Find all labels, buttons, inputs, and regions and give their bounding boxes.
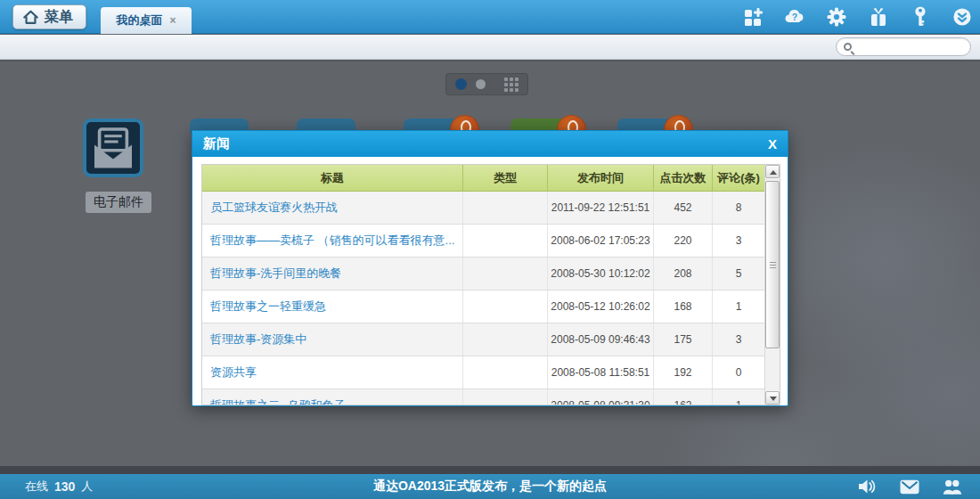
- menu-button-label: 菜单: [45, 8, 73, 27]
- news-link[interactable]: 哲理故事之一轻重缓急: [210, 299, 326, 315]
- tab-close-icon[interactable]: ×: [169, 15, 176, 26]
- settings-gear-icon[interactable]: [826, 6, 847, 28]
- table-row: 哲理故事-资源集中 2008-05-09 09:46:43 175 3: [202, 323, 764, 356]
- table-row: 哲理故事之二--乌鸦和兔子 2008-05-08 09:31:30 162 1: [202, 389, 764, 405]
- dialog-title: 新闻: [203, 135, 230, 152]
- gift-icon[interactable]: [868, 6, 889, 28]
- table-row: 哲理故事之一轻重缓急 2008-05-12 10:26:02 168 1: [202, 290, 764, 323]
- users-icon[interactable]: [943, 477, 962, 496]
- collapse-icon[interactable]: [951, 6, 973, 28]
- home-icon: [22, 9, 39, 26]
- column-header-type: 类型: [463, 165, 548, 191]
- topbar-icon-group: ?: [742, 0, 973, 34]
- topbar: 菜单 我的桌面 × ?: [0, 0, 980, 34]
- pager-divider: [494, 77, 495, 92]
- search-icon: [844, 43, 852, 51]
- news-link[interactable]: 哲理故事-资源集中: [210, 331, 306, 348]
- table-row: 资源共享 2008-05-08 11:58:51 192 0: [202, 356, 764, 389]
- news-link[interactable]: 哲理故事之二--乌鸦和兔子: [210, 397, 346, 405]
- statusbar: 通达OA2013正式版发布，是一个新的起点 在线 130 人: [0, 474, 980, 499]
- news-link[interactable]: 哲理故事-洗手间里的晚餐: [210, 266, 341, 282]
- menu-button[interactable]: 菜单: [12, 4, 86, 29]
- table-row: 哲理故事-洗手间里的晚餐 2008-05-30 10:12:02 208 5: [202, 258, 764, 290]
- news-link[interactable]: 资源共享: [210, 364, 257, 380]
- speaker-icon[interactable]: [857, 477, 877, 496]
- table-header-row: 标题 类型 发布时间 点击次数 评论(条): [202, 165, 764, 192]
- statusbar-icon-group: [857, 474, 962, 499]
- column-header-title: 标题: [202, 165, 463, 191]
- pager-dot[interactable]: [476, 79, 486, 89]
- dialog-header[interactable]: 新闻 X: [192, 131, 788, 157]
- scroll-up-icon[interactable]: [765, 165, 780, 178]
- table-row: 哲理故事——卖梳子 （销售的可以看看很有意... 2008-06-02 17:0…: [202, 225, 764, 258]
- search-input[interactable]: [857, 41, 955, 53]
- tab-label: 我的桌面: [116, 12, 162, 29]
- pager-dot-active[interactable]: [455, 78, 467, 90]
- online-count: 130: [54, 479, 75, 494]
- help-cloud-icon[interactable]: ?: [784, 6, 805, 28]
- online-label: 在线: [25, 479, 48, 495]
- key-icon[interactable]: [910, 6, 931, 28]
- news-link[interactable]: 哲理故事——卖梳子 （销售的可以看看很有意...: [210, 233, 454, 249]
- desktop-pager: [445, 73, 528, 95]
- column-header-clicks: 点击次数: [654, 165, 713, 191]
- scroll-down-icon[interactable]: [765, 391, 780, 405]
- apps-add-icon[interactable]: [742, 6, 764, 28]
- sub-toolbar: [0, 35, 980, 60]
- statusbar-message: 通达OA2013正式版发布，是一个新的起点: [0, 474, 980, 499]
- tab-my-desktop[interactable]: 我的桌面 ×: [101, 7, 192, 34]
- table-row: 员工篮球友谊赛火热开战 2011-09-22 12:51:51 452 8: [202, 192, 764, 225]
- email-app-icon[interactable]: [83, 119, 143, 177]
- scrollbar-thumb[interactable]: [765, 181, 780, 348]
- online-counter: 在线 130 人: [25, 474, 93, 499]
- mail-icon[interactable]: [900, 477, 919, 496]
- online-unit: 人: [81, 479, 93, 495]
- dialog-body: 标题 类型 发布时间 点击次数 评论(条) 员工篮球友谊赛火热开战 2011-0…: [192, 157, 788, 405]
- dialog-close-icon[interactable]: X: [768, 137, 777, 151]
- search-box[interactable]: [836, 37, 971, 56]
- email-app-label: 电子邮件: [86, 192, 151, 213]
- scrollbar[interactable]: [764, 165, 780, 405]
- column-header-time: 发布时间: [548, 165, 654, 191]
- svg-text:?: ?: [792, 12, 797, 22]
- news-link[interactable]: 员工篮球友谊赛火热开战: [210, 200, 338, 216]
- column-header-comments: 评论(条): [713, 165, 764, 191]
- news-dialog: 新闻 X 标题 类型 发布时间 点击次数 评论(条) 员工篮球友谊赛火热开战 2…: [192, 130, 788, 406]
- grid-view-icon[interactable]: [504, 78, 519, 92]
- news-table: 标题 类型 发布时间 点击次数 评论(条) 员工篮球友谊赛火热开战 2011-0…: [201, 164, 780, 405]
